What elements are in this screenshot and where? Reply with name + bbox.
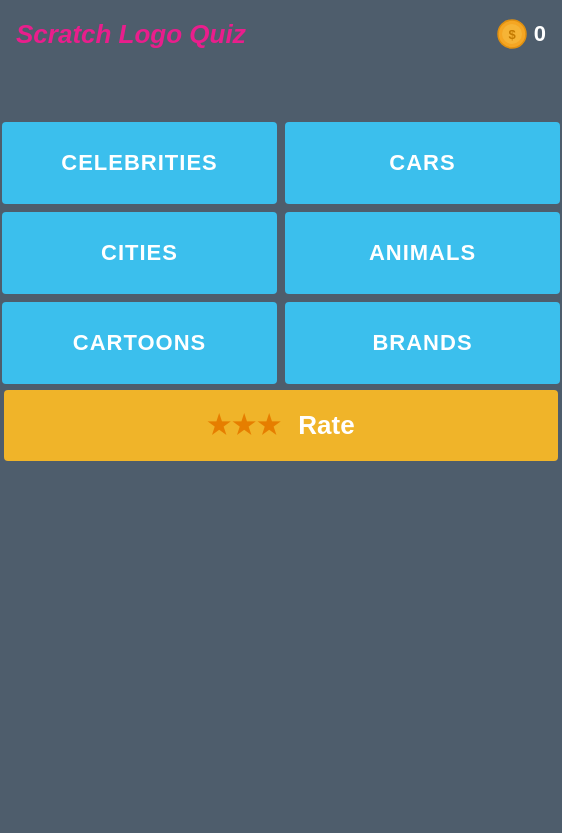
- coin-container: $ 0: [496, 18, 546, 50]
- category-grid: CELEBRITIES CARS CITIES ANIMALS CARTOONS…: [0, 120, 562, 386]
- coin-count: 0: [534, 21, 546, 47]
- category-btn-cities[interactable]: CITIES: [2, 212, 277, 294]
- rate-button[interactable]: ★★★ Rate: [4, 390, 558, 461]
- category-btn-celebrities[interactable]: CELEBRITIES: [2, 122, 277, 204]
- rate-stars: ★★★: [207, 410, 282, 441]
- svg-text:$: $: [508, 27, 516, 42]
- category-btn-animals[interactable]: ANIMALS: [285, 212, 560, 294]
- app-container: Scratch Logo Quiz $ 0 CELEBRITIES CARS C…: [0, 0, 562, 833]
- app-title: Scratch Logo Quiz: [16, 19, 246, 50]
- rate-label: Rate: [298, 410, 354, 441]
- category-btn-cartoons[interactable]: CARTOONS: [2, 302, 277, 384]
- category-btn-cars[interactable]: CARS: [285, 122, 560, 204]
- category-btn-brands[interactable]: BRANDS: [285, 302, 560, 384]
- header: Scratch Logo Quiz $ 0: [0, 0, 562, 60]
- bottom-section: ★★★ Rate: [0, 390, 562, 461]
- coin-icon: $: [496, 18, 528, 50]
